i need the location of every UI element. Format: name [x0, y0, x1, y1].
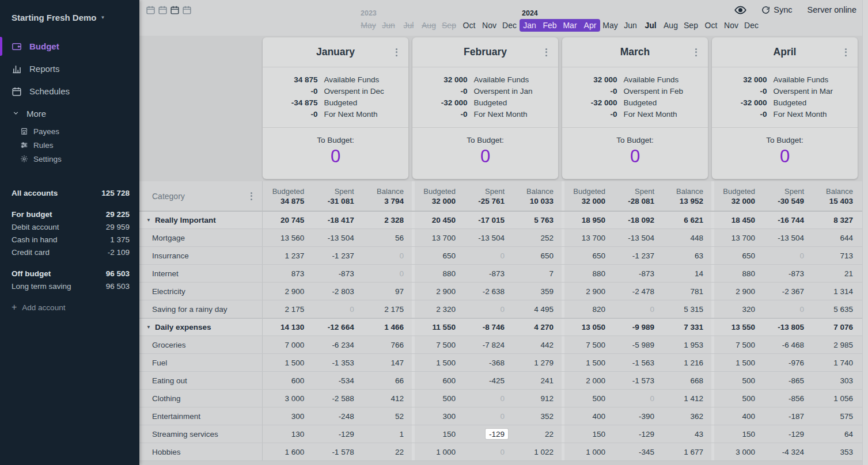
sidebar-item-budget[interactable]: Budget: [0, 35, 139, 58]
budget-cell[interactable]: 500: [714, 390, 763, 407]
budget-cell[interactable]: 4 270: [513, 319, 562, 336]
budget-cell[interactable]: 1 314: [812, 283, 861, 300]
budget-cell[interactable]: 2 175: [263, 300, 312, 318]
month-count-button-3[interactable]: [170, 5, 180, 14]
budget-cell[interactable]: 1 000: [415, 443, 464, 460]
to-budget-amount[interactable]: 0: [712, 146, 858, 167]
add-account-button[interactable]: + Add account: [0, 302, 139, 312]
budget-cell[interactable]: 22: [362, 443, 412, 460]
budget-cell[interactable]: -1 353: [312, 354, 362, 371]
month-count-button-1[interactable]: [146, 5, 156, 14]
budget-cell[interactable]: 0: [613, 390, 662, 407]
budget-cell[interactable]: 0: [362, 247, 412, 264]
category-cell[interactable]: Eating out: [139, 372, 262, 389]
budget-cell[interactable]: 13 550: [714, 319, 763, 336]
budget-cell[interactable]: -2 367: [763, 283, 812, 300]
budget-cell[interactable]: -13 805: [763, 319, 812, 336]
header-cell-budgeted[interactable]: Budgeted32 000: [415, 181, 464, 211]
budget-cell[interactable]: 644: [812, 229, 861, 246]
header-cell-spent[interactable]: Spent-25 761: [464, 181, 513, 211]
budget-cell[interactable]: 448: [662, 229, 711, 246]
budget-cell[interactable]: -6 234: [312, 336, 362, 353]
budget-cell[interactable]: 362: [662, 407, 711, 425]
budget-cell[interactable]: 2 985: [812, 336, 861, 353]
budget-cell[interactable]: 13 050: [564, 319, 613, 336]
budget-cell[interactable]: 97: [362, 283, 412, 300]
budget-cell[interactable]: -390: [613, 407, 662, 425]
budget-cell[interactable]: 353: [812, 443, 861, 460]
budget-cell[interactable]: -13 504: [763, 229, 812, 246]
budget-cell[interactable]: 300: [415, 407, 464, 425]
collapse-triangle-icon[interactable]: ▼: [146, 218, 151, 223]
budget-cell[interactable]: -9 989: [613, 319, 662, 336]
month-sep-16[interactable]: Sep: [681, 19, 701, 32]
month-oct-17[interactable]: Oct: [701, 19, 721, 32]
budget-cell[interactable]: -1 563: [613, 354, 662, 371]
category-cell[interactable]: Hobbies: [139, 443, 262, 460]
account-row-credit-card[interactable]: Credit card-2 109: [0, 246, 139, 258]
budget-cell[interactable]: 7: [513, 265, 562, 282]
budget-cell[interactable]: 18 950: [564, 212, 613, 228]
budget-cell[interactable]: -129: [763, 425, 812, 443]
budget-cell[interactable]: 0: [362, 265, 412, 282]
budget-cell[interactable]: 2 175: [362, 300, 412, 318]
budget-cell[interactable]: 352: [513, 407, 562, 425]
budget-cell[interactable]: 14 130: [263, 319, 312, 336]
budget-cell[interactable]: 56: [362, 229, 412, 246]
month-sep-4[interactable]: Sep: [439, 19, 459, 32]
budget-cell[interactable]: 1 000: [564, 443, 613, 460]
budget-cell[interactable]: 13 700: [714, 229, 763, 246]
month-nov-6[interactable]: Nov: [479, 19, 499, 32]
budget-cell[interactable]: -2 803: [312, 283, 362, 300]
budget-cell[interactable]: 20 450: [415, 212, 464, 228]
sidebar-item-reports[interactable]: Reports: [0, 58, 139, 80]
month-oct-5[interactable]: Oct: [459, 19, 479, 32]
budget-cell[interactable]: 13 700: [564, 229, 613, 246]
budget-cell[interactable]: 650: [415, 247, 464, 264]
sidebar-item-settings[interactable]: Settings: [0, 152, 139, 166]
budget-cell[interactable]: -873: [763, 265, 812, 282]
budget-cell[interactable]: 600: [415, 372, 464, 389]
month-dec-7[interactable]: Dec: [499, 19, 520, 32]
budget-cell[interactable]: 1 500: [714, 354, 763, 371]
budget-cell[interactable]: 880: [564, 265, 613, 282]
budget-cell[interactable]: 303: [812, 372, 861, 389]
header-cell-balance[interactable]: Balance10 033: [513, 181, 562, 211]
budget-cell[interactable]: 1 279: [513, 354, 562, 371]
budget-cell[interactable]: 147: [362, 354, 412, 371]
budget-cell[interactable]: 412: [362, 390, 412, 407]
category-cell[interactable]: ▼Really Important: [139, 212, 262, 228]
budget-cell[interactable]: 0: [464, 300, 513, 318]
budget-cell[interactable]: 400: [714, 407, 763, 425]
budget-cell[interactable]: 1 056: [812, 390, 861, 407]
budget-cell[interactable]: 130: [263, 425, 312, 443]
sidebar-item-rules[interactable]: Rules: [0, 138, 139, 152]
sync-button[interactable]: Sync: [761, 5, 792, 14]
budget-cell[interactable]: 3 000: [263, 390, 312, 407]
budget-cell[interactable]: 8 327: [812, 212, 861, 228]
budget-cell[interactable]: 2 900: [263, 283, 312, 300]
budget-cell[interactable]: 873: [263, 265, 312, 282]
category-cell[interactable]: Mortgage: [139, 229, 262, 246]
budget-cell[interactable]: -976: [763, 354, 812, 371]
month-jan-8[interactable]: Jan: [520, 19, 540, 32]
budget-cell[interactable]: 2 900: [415, 283, 464, 300]
budget-cell[interactable]: -873: [613, 265, 662, 282]
budget-cell[interactable]: -873: [312, 265, 362, 282]
month-name[interactable]: January: [316, 46, 355, 58]
budget-cell[interactable]: 0: [763, 247, 812, 264]
header-cell-spent[interactable]: Spent-31 081: [312, 181, 362, 211]
budget-cell[interactable]: 52: [362, 407, 412, 425]
month-may-12[interactable]: May: [600, 19, 620, 32]
month-count-button-4[interactable]: [182, 5, 192, 14]
budget-cell[interactable]: 1: [362, 425, 412, 443]
budget-cell[interactable]: 1 022: [513, 443, 562, 460]
month-menu-kebab-icon[interactable]: [392, 48, 400, 57]
month-jun-13[interactable]: Jun: [620, 19, 640, 32]
budget-cell[interactable]: -13 504: [464, 229, 513, 246]
header-cell-budgeted[interactable]: Budgeted32 000: [714, 181, 763, 211]
category-menu-kebab-icon[interactable]: [247, 192, 255, 201]
budget-cell[interactable]: 1 500: [564, 354, 613, 371]
collapse-triangle-icon[interactable]: ▼: [146, 325, 151, 330]
sidebar-item-payees[interactable]: Payees: [0, 124, 139, 138]
